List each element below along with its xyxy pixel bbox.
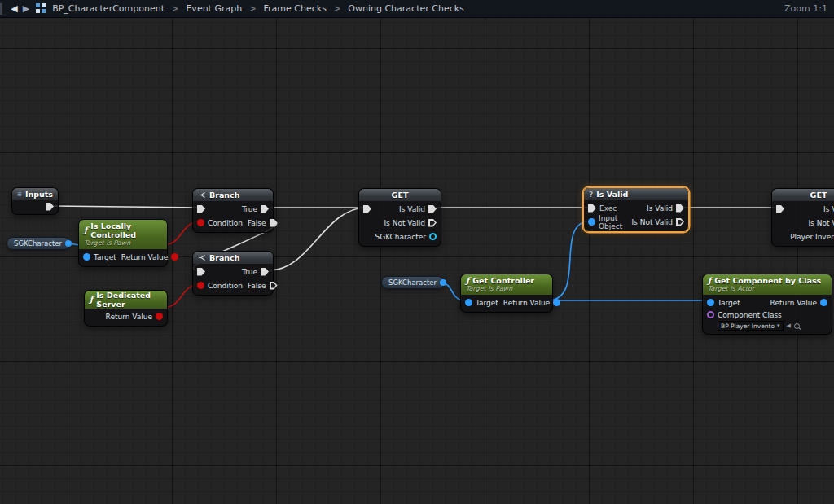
exec-out-pin[interactable] (46, 203, 54, 211)
node-get-player-inventory[interactable]: GET Is Valid Is Not Valid Playe (771, 188, 834, 247)
exec-in-pin[interactable] (197, 205, 205, 213)
pin-label-is-valid: Is Valid (823, 205, 834, 213)
node-branch-1[interactable]: Branch True Condition False (192, 188, 274, 233)
is-valid-exec-out-pin[interactable] (676, 204, 684, 213)
exec-in-pin[interactable] (197, 268, 205, 276)
target-pin[interactable] (83, 253, 90, 261)
pin-label-return-value: Return Value (503, 299, 550, 307)
component-class-dropdown[interactable]: BP Player Invento ▾ (718, 321, 784, 331)
node-header: GET (772, 189, 834, 201)
pin-label-condition: Condition (208, 282, 243, 290)
condition-pin[interactable] (197, 219, 204, 226)
pin-label-target: Target (718, 299, 740, 307)
pin-label-sgkcharacter: SGKCharacter (375, 233, 426, 241)
object-out-pin[interactable] (65, 240, 72, 247)
is-not-valid-exec-out-pin[interactable] (676, 218, 684, 226)
node-title: Get Controller (472, 276, 534, 285)
breadcrumb-frame-checks[interactable]: Frame Checks (264, 3, 327, 14)
return-value-pin[interactable] (156, 313, 163, 320)
node-header: ƒ Get Component by Class Target is Actor (703, 274, 832, 295)
breadcrumb-root[interactable]: BP_CharacterComponent (52, 3, 165, 14)
true-exec-out-pin[interactable] (261, 268, 269, 276)
wire-obj-getcontroller-to-isvalid-inputobject[interactable] (547, 221, 591, 300)
forward-arrow-icon[interactable]: ▶ (23, 0, 29, 18)
wire-exec-branch2-true-to-get1[interactable] (270, 208, 367, 270)
browse-asset-icon[interactable] (794, 323, 800, 329)
node-is-dedicated-server[interactable]: ƒ Is Dedicated Server Return Value (84, 290, 168, 327)
variable-get-sgkcharacter-2[interactable]: SGKCharacter (381, 276, 445, 289)
node-is-locally-controlled[interactable]: ƒ Is Locally Controlled Target is Pawn T… (78, 219, 168, 267)
condition-pin[interactable] (197, 282, 204, 289)
return-value-pin[interactable] (820, 299, 827, 306)
node-inputs[interactable]: Inputs (11, 187, 59, 215)
use-selected-icon[interactable]: ◀ (787, 322, 791, 330)
node-title: Get Component by Class (714, 276, 821, 285)
target-pin[interactable] (707, 299, 714, 306)
node-branch-2[interactable]: Branch True Condition False (192, 251, 274, 296)
pin-label-exec: Exec (599, 204, 617, 213)
exec-in-pin[interactable] (363, 205, 371, 213)
inputs-list-icon (17, 191, 22, 198)
node-title: Is Valid (596, 190, 628, 199)
function-icon: ƒ (466, 277, 469, 285)
target-pin[interactable] (465, 299, 472, 306)
pin-label-player-inventory: Player Inventory (790, 233, 834, 241)
breadcrumb-event-graph[interactable]: Event Graph (186, 3, 242, 14)
node-subtitle: Target is Pawn (466, 285, 512, 292)
is-valid-exec-out-pin[interactable] (428, 205, 437, 213)
pin-label-is-not-valid: Is Not Valid (631, 218, 673, 226)
variable-get-sgkcharacter-1[interactable]: SGKCharacter (7, 237, 70, 250)
branch-icon (198, 254, 206, 261)
zoom-level-label: Zoom 1:1 (784, 3, 827, 14)
true-exec-out-pin[interactable] (261, 205, 269, 213)
node-subtitle: Target is Actor (708, 285, 754, 292)
breadcrumb-separator: > (172, 4, 178, 13)
pin-label-true: True (242, 205, 257, 213)
node-header: ƒ Is Dedicated Server (85, 291, 167, 309)
branch-icon (198, 191, 206, 199)
variable-label: SGKCharacter (388, 278, 437, 287)
node-get-controller[interactable]: ƒ Get Controller Target is Pawn Target R… (460, 274, 553, 313)
node-header: ? Is Valid (584, 188, 688, 200)
node-title: GET (810, 191, 827, 199)
function-icon: ƒ (84, 226, 87, 234)
node-header: Branch (193, 189, 273, 201)
clipped-toolbar-icon: ▌ (0, 3, 6, 15)
sgkcharacter-out-pin[interactable] (429, 233, 437, 240)
node-header: ƒ Get Controller Target is Pawn (461, 274, 552, 295)
return-value-pin[interactable] (553, 299, 560, 306)
node-title: Is Locally Controlled (90, 221, 162, 239)
node-header: ƒ Is Locally Controlled Target is Pawn (79, 220, 167, 249)
back-arrow-icon[interactable]: ◀ (11, 0, 17, 18)
pin-label-is-valid: Is Valid (647, 204, 673, 213)
is-not-valid-exec-out-pin[interactable] (428, 219, 437, 227)
chevron-down-icon: ▾ (777, 322, 780, 329)
component-class-pin[interactable] (707, 311, 714, 318)
node-title: Is Dedicated Server (96, 291, 162, 309)
node-header: Branch (193, 252, 273, 264)
variable-label: SGKCharacter (14, 239, 62, 248)
node-is-valid[interactable]: ? Is Valid Exec Is Valid Input Object (583, 187, 689, 232)
pin-label-input-object: Input Object (599, 214, 626, 230)
breadcrumb-separator: > (334, 4, 340, 13)
input-object-pin[interactable] (588, 218, 595, 226)
node-subtitle: Target is Pawn (84, 239, 130, 247)
blueprint-graph-canvas[interactable]: Inputs SGKCharacter ƒ Is Locally Control… (0, 18, 834, 504)
object-out-pin[interactable] (440, 279, 446, 286)
exec-in-pin[interactable] (776, 205, 784, 213)
false-exec-out-pin[interactable] (270, 219, 278, 227)
pin-label-is-not-valid: Is Not Valid (808, 219, 834, 227)
false-exec-out-pin[interactable] (270, 282, 278, 290)
breadcrumb-owning-character-checks[interactable]: Owning Character Checks (348, 3, 464, 14)
question-icon: ? (589, 191, 593, 199)
pin-label-is-not-valid: Is Not Valid (384, 219, 425, 227)
node-get-sgkcharacter[interactable]: GET Is Valid Is Not Valid SGKCh (358, 188, 441, 247)
exec-in-pin[interactable] (588, 204, 596, 213)
pin-label-is-valid: Is Valid (399, 205, 425, 213)
node-get-component-by-class[interactable]: ƒ Get Component by Class Target is Actor… (702, 274, 832, 335)
wire-exec-inputs-to-branch1[interactable] (54, 206, 200, 208)
pin-label-false: False (248, 282, 266, 290)
pin-label-return-value: Return Value (106, 313, 152, 321)
return-value-pin[interactable] (171, 253, 178, 261)
function-icon: ƒ (708, 277, 711, 285)
